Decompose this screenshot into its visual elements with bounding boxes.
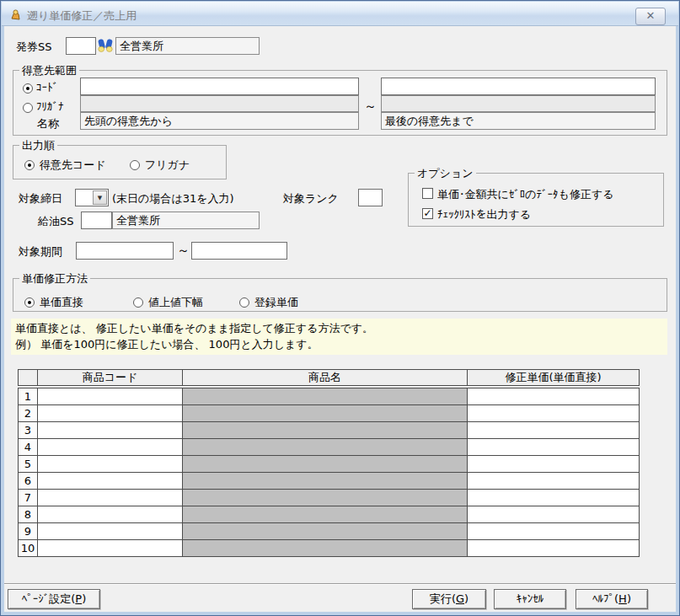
- help-mnemonic: H: [618, 592, 627, 605]
- radio-order-code-label[interactable]: 得意先コード: [40, 158, 106, 173]
- price-cell[interactable]: [468, 506, 640, 523]
- customer-range-legend: 得意先範囲: [19, 63, 79, 78]
- radio-method-updown[interactable]: [133, 297, 143, 308]
- execute-label-end: ): [464, 592, 469, 605]
- code-cell[interactable]: [38, 456, 183, 473]
- price-method-legend: 単価修正方法: [19, 271, 90, 287]
- target-rank-input[interactable]: [358, 189, 383, 206]
- name-cell: [183, 473, 468, 490]
- radio-customer-code-label[interactable]: ｺｰﾄﾞ: [36, 81, 58, 94]
- radio-customer-kana[interactable]: [23, 103, 33, 113]
- radio-method-direct-label[interactable]: 単価直接: [40, 295, 83, 310]
- target-rank-label: 対象ランク: [283, 191, 339, 206]
- code-cell[interactable]: [38, 540, 183, 557]
- row-number[interactable]: 6: [19, 473, 38, 490]
- radio-method-registered[interactable]: [239, 297, 249, 308]
- price-cell[interactable]: [468, 422, 640, 439]
- radio-customer-kana-label[interactable]: ﾌﾘｶﾞﾅ: [36, 100, 64, 113]
- code-cell[interactable]: [38, 388, 183, 405]
- name-cell: [183, 490, 468, 506]
- radio-method-registered-label[interactable]: 登録単価: [254, 295, 298, 310]
- code-cell[interactable]: [38, 473, 183, 490]
- price-cell[interactable]: [468, 473, 640, 490]
- target-close-note: (末日の場合は31を入力): [112, 191, 234, 206]
- row-number[interactable]: 1: [19, 388, 38, 405]
- fuel-ss-input[interactable]: [81, 212, 112, 229]
- radio-method-direct[interactable]: [24, 297, 35, 308]
- row-number[interactable]: 2: [19, 405, 38, 422]
- price-cell[interactable]: [468, 523, 640, 540]
- execute-label: 実行(: [430, 592, 456, 605]
- table-row: 4: [19, 439, 640, 456]
- radio-order-code[interactable]: [24, 160, 35, 170]
- checkbox-zero-fix[interactable]: [422, 188, 433, 199]
- checkbox-checklist[interactable]: ✓: [422, 208, 433, 219]
- customer-from-name-display: 先頭の得意先から: [80, 112, 359, 130]
- target-close-combobox[interactable]: ▼: [75, 189, 109, 206]
- customer-range-tilde: ～: [364, 99, 377, 115]
- radio-customer-code[interactable]: [23, 83, 33, 94]
- help-button[interactable]: ﾍﾙﾌﾟ(H): [576, 589, 648, 609]
- period-to-input[interactable]: [191, 242, 287, 260]
- radio-method-updown-label[interactable]: 値上値下幅: [148, 295, 203, 310]
- cancel-button[interactable]: ｷｬﾝｾﾙ: [494, 589, 566, 609]
- close-icon: ✕: [646, 9, 656, 22]
- row-number[interactable]: 5: [19, 456, 38, 473]
- customer-to-name-display: 最後の得意先まで: [381, 112, 656, 130]
- table-row: 7: [19, 490, 640, 506]
- page-setup-button[interactable]: ﾍﾟｰｼﾞ設定(P): [8, 589, 100, 609]
- execute-button[interactable]: 実行(G): [412, 589, 486, 609]
- price-cell[interactable]: [468, 405, 640, 422]
- table-row: 1: [19, 388, 640, 405]
- row-number[interactable]: 4: [19, 439, 38, 456]
- page-setup-mnemonic: P: [75, 592, 82, 605]
- customer-from-code-input[interactable]: [80, 78, 359, 95]
- code-cell[interactable]: [38, 490, 183, 506]
- price-cell[interactable]: [468, 439, 640, 456]
- issue-ss-input[interactable]: [66, 37, 96, 55]
- checkbox-checklist-label[interactable]: ﾁｪｯｸﾘｽﾄを出力する: [437, 207, 531, 222]
- code-cell[interactable]: [38, 523, 183, 540]
- window-title: 遡り単価修正／売上用: [27, 8, 137, 24]
- checkbox-zero-fix-label[interactable]: 単価･金額共にｾﾞﾛのﾃﾞｰﾀも修正する: [437, 187, 614, 202]
- code-cell[interactable]: [38, 439, 183, 456]
- code-cell[interactable]: [38, 506, 183, 523]
- period-from-input[interactable]: [76, 242, 174, 260]
- issue-ss-label: 発券SS: [16, 40, 52, 55]
- cancel-label: ｷｬﾝｾﾙ: [517, 592, 544, 605]
- radio-order-kana[interactable]: [130, 160, 140, 170]
- binoculars-search-icon: [97, 37, 114, 54]
- dropdown-button[interactable]: ▼: [93, 190, 107, 205]
- price-cell[interactable]: [468, 388, 640, 405]
- header-product-code: 商品コード: [38, 370, 183, 386]
- title-bar: 遡り単価修正／売上用 ✕: [2, 2, 678, 26]
- execute-mnemonic: G: [456, 592, 464, 605]
- period-tilde: ～: [177, 243, 190, 259]
- code-cell[interactable]: [38, 422, 183, 439]
- table-row: 9: [19, 523, 640, 540]
- code-cell[interactable]: [38, 405, 183, 422]
- header-product-name: 商品名: [183, 370, 468, 386]
- close-button[interactable]: ✕: [635, 8, 666, 25]
- name-cell: [183, 523, 468, 540]
- issue-ss-search-button[interactable]: [97, 37, 115, 55]
- method-description-line1: 単価直接とは、 修正したい単価をそのまま指定して修正する方法です。: [15, 320, 663, 336]
- method-description-line2: 例） 単価を100円に修正したい場合、 100円と入力します。: [15, 336, 663, 352]
- row-number[interactable]: 8: [19, 506, 38, 523]
- row-number[interactable]: 3: [19, 422, 38, 439]
- price-cell[interactable]: [468, 540, 640, 557]
- row-number[interactable]: 9: [19, 523, 38, 540]
- price-cell[interactable]: [468, 490, 640, 506]
- table-row: 5: [19, 456, 640, 473]
- radio-order-kana-label[interactable]: フリガナ: [145, 158, 190, 173]
- output-order-legend: 出力順: [19, 138, 57, 153]
- row-number[interactable]: 10: [19, 540, 38, 557]
- customer-from-kana-field: [80, 95, 359, 112]
- table-row: 8: [19, 506, 640, 523]
- issue-ss-office-display: 全営業所: [115, 37, 260, 55]
- table-row: 10: [19, 540, 640, 557]
- customer-to-code-input[interactable]: [381, 78, 656, 95]
- price-cell[interactable]: [468, 456, 640, 473]
- row-number[interactable]: 7: [19, 490, 38, 506]
- chevron-down-icon: ▼: [98, 195, 102, 201]
